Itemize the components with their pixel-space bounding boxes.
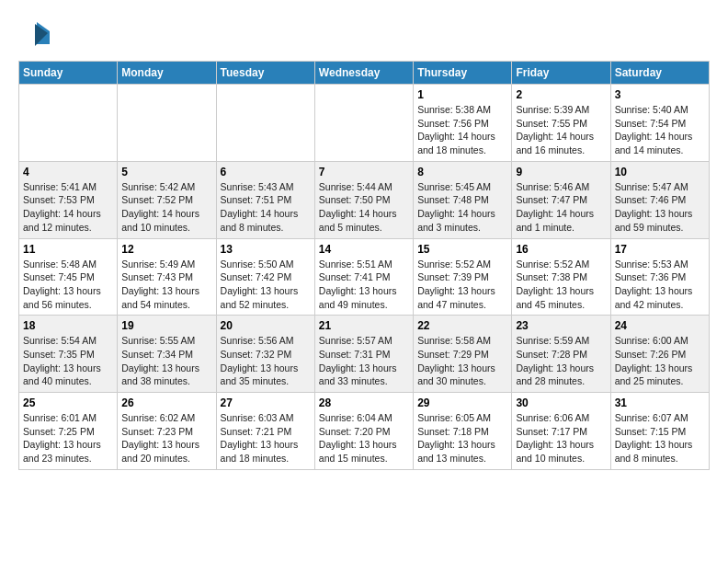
calendar-cell: 16Sunrise: 5:52 AM Sunset: 7:38 PM Dayli… [512,238,610,316]
calendar-cell: 22Sunrise: 5:58 AM Sunset: 7:29 PM Dayli… [414,316,512,393]
day-info: Sunrise: 5:55 AM Sunset: 7:34 PM Dayligh… [121,334,211,388]
day-number: 4 [23,166,113,178]
logo [18,18,55,52]
day-number: 16 [516,243,606,256]
calendar-header-row: SundayMondayTuesdayWednesdayThursdayFrid… [19,62,710,85]
day-number: 1 [417,88,507,101]
calendar-cell [19,85,118,162]
day-number: 7 [319,166,409,178]
day-number: 26 [121,396,211,409]
day-info: Sunrise: 5:52 AM Sunset: 7:38 PM Dayligh… [516,258,606,312]
calendar-cell: 1Sunrise: 5:38 AM Sunset: 7:56 PM Daylig… [414,85,512,162]
day-info: Sunrise: 5:51 AM Sunset: 7:41 PM Dayligh… [319,258,409,312]
calendar-cell: 18Sunrise: 5:54 AM Sunset: 7:35 PM Dayli… [19,316,118,393]
calendar-cell: 11Sunrise: 5:48 AM Sunset: 7:45 PM Dayli… [19,238,118,316]
day-number: 31 [615,396,705,409]
day-number: 14 [319,243,409,256]
calendar-cell: 29Sunrise: 6:05 AM Sunset: 7:18 PM Dayli… [414,393,512,470]
day-number: 17 [615,243,705,256]
day-number: 22 [417,319,507,332]
day-number: 27 [221,396,311,409]
day-number: 29 [417,396,507,409]
day-number: 30 [516,396,606,409]
column-header-tuesday: Tuesday [216,62,314,85]
day-info: Sunrise: 5:43 AM Sunset: 7:51 PM Dayligh… [221,180,311,235]
calendar-cell: 5Sunrise: 5:42 AM Sunset: 7:52 PM Daylig… [118,161,216,238]
calendar-cell [118,85,216,162]
column-header-saturday: Saturday [610,62,709,85]
day-info: Sunrise: 6:05 AM Sunset: 7:18 PM Dayligh… [417,411,507,465]
calendar-cell: 10Sunrise: 5:47 AM Sunset: 7:46 PM Dayli… [610,161,709,238]
day-info: Sunrise: 6:02 AM Sunset: 7:23 PM Dayligh… [121,411,211,465]
day-info: Sunrise: 5:58 AM Sunset: 7:29 PM Dayligh… [417,334,507,388]
column-header-sunday: Sunday [19,62,118,85]
day-info: Sunrise: 5:38 AM Sunset: 7:56 PM Dayligh… [417,103,507,157]
calendar-cell: 14Sunrise: 5:51 AM Sunset: 7:41 PM Dayli… [314,238,413,316]
day-number: 20 [221,319,311,332]
calendar-cell: 13Sunrise: 5:50 AM Sunset: 7:42 PM Dayli… [216,238,314,316]
calendar-cell: 31Sunrise: 6:07 AM Sunset: 7:15 PM Dayli… [610,393,709,470]
calendar-cell: 4Sunrise: 5:41 AM Sunset: 7:53 PM Daylig… [19,161,118,238]
day-info: Sunrise: 5:50 AM Sunset: 7:42 PM Dayligh… [221,258,311,312]
calendar-cell: 17Sunrise: 5:53 AM Sunset: 7:36 PM Dayli… [610,238,709,316]
day-info: Sunrise: 5:41 AM Sunset: 7:53 PM Dayligh… [23,180,113,235]
calendar-cell: 24Sunrise: 6:00 AM Sunset: 7:26 PM Dayli… [610,316,709,393]
day-number: 9 [516,166,606,178]
day-info: Sunrise: 5:39 AM Sunset: 7:55 PM Dayligh… [516,103,606,157]
calendar-cell: 25Sunrise: 6:01 AM Sunset: 7:25 PM Dayli… [19,393,118,470]
calendar-cell: 20Sunrise: 5:56 AM Sunset: 7:32 PM Dayli… [216,316,314,393]
calendar-cell: 2Sunrise: 5:39 AM Sunset: 7:55 PM Daylig… [512,85,610,162]
day-info: Sunrise: 5:45 AM Sunset: 7:48 PM Dayligh… [417,180,507,235]
day-info: Sunrise: 5:49 AM Sunset: 7:43 PM Dayligh… [121,258,211,312]
day-info: Sunrise: 5:52 AM Sunset: 7:39 PM Dayligh… [417,258,507,312]
column-header-monday: Monday [118,62,216,85]
day-number: 15 [417,243,507,256]
day-number: 19 [121,319,211,332]
day-info: Sunrise: 5:40 AM Sunset: 7:54 PM Dayligh… [615,103,705,157]
day-number: 2 [516,88,606,101]
calendar-cell: 27Sunrise: 6:03 AM Sunset: 7:21 PM Dayli… [216,393,314,470]
day-number: 5 [121,166,211,178]
calendar-cell: 6Sunrise: 5:43 AM Sunset: 7:51 PM Daylig… [216,161,314,238]
day-number: 25 [23,396,113,409]
calendar-table: SundayMondayTuesdayWednesdayThursdayFrid… [18,61,710,470]
day-number: 10 [615,166,705,178]
logo-icon [18,18,51,52]
day-number: 3 [615,88,705,101]
calendar-cell: 26Sunrise: 6:02 AM Sunset: 7:23 PM Dayli… [118,393,216,470]
calendar-cell: 15Sunrise: 5:52 AM Sunset: 7:39 PM Dayli… [414,238,512,316]
calendar-week-row: 18Sunrise: 5:54 AM Sunset: 7:35 PM Dayli… [19,316,710,393]
calendar-cell: 28Sunrise: 6:04 AM Sunset: 7:20 PM Dayli… [314,393,413,470]
day-info: Sunrise: 5:59 AM Sunset: 7:28 PM Dayligh… [516,334,606,388]
day-info: Sunrise: 5:56 AM Sunset: 7:32 PM Dayligh… [221,334,311,388]
day-info: Sunrise: 5:46 AM Sunset: 7:47 PM Dayligh… [516,180,606,235]
day-number: 28 [319,396,409,409]
day-info: Sunrise: 6:07 AM Sunset: 7:15 PM Dayligh… [615,411,705,465]
column-header-thursday: Thursday [414,62,512,85]
calendar-cell: 21Sunrise: 5:57 AM Sunset: 7:31 PM Dayli… [314,316,413,393]
day-info: Sunrise: 5:53 AM Sunset: 7:36 PM Dayligh… [615,258,705,312]
day-number: 21 [319,319,409,332]
column-header-friday: Friday [512,62,610,85]
day-number: 6 [221,166,311,178]
column-header-wednesday: Wednesday [314,62,413,85]
day-number: 24 [615,319,705,332]
page-header [18,18,710,52]
day-info: Sunrise: 5:47 AM Sunset: 7:46 PM Dayligh… [615,180,705,235]
calendar-week-row: 11Sunrise: 5:48 AM Sunset: 7:45 PM Dayli… [19,238,710,316]
calendar-cell [216,85,314,162]
calendar-week-row: 25Sunrise: 6:01 AM Sunset: 7:25 PM Dayli… [19,393,710,470]
calendar-cell: 23Sunrise: 5:59 AM Sunset: 7:28 PM Dayli… [512,316,610,393]
day-info: Sunrise: 6:04 AM Sunset: 7:20 PM Dayligh… [319,411,409,465]
day-info: Sunrise: 5:57 AM Sunset: 7:31 PM Dayligh… [319,334,409,388]
day-number: 18 [23,319,113,332]
calendar-cell: 9Sunrise: 5:46 AM Sunset: 7:47 PM Daylig… [512,161,610,238]
day-info: Sunrise: 5:48 AM Sunset: 7:45 PM Dayligh… [23,258,113,312]
day-number: 13 [221,243,311,256]
day-number: 23 [516,319,606,332]
day-info: Sunrise: 5:54 AM Sunset: 7:35 PM Dayligh… [23,334,113,388]
day-number: 8 [417,166,507,178]
day-number: 11 [23,243,113,256]
calendar-cell: 8Sunrise: 5:45 AM Sunset: 7:48 PM Daylig… [414,161,512,238]
day-info: Sunrise: 6:00 AM Sunset: 7:26 PM Dayligh… [615,334,705,388]
